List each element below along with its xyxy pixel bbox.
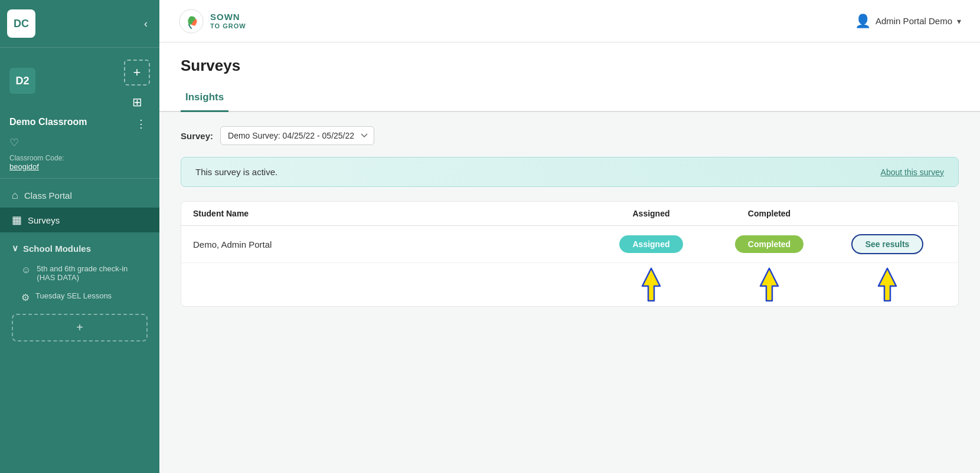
smiley-icon: ☺ <box>21 265 31 275</box>
arrows-annotation-row <box>181 263 958 306</box>
brand-sown: SOWN <box>210 12 246 22</box>
logo-area: SOWN TO GROW <box>178 8 246 34</box>
table-header-row: Student Name Assigned Completed <box>181 202 958 226</box>
logo-icon <box>178 8 204 34</box>
page-title-area: Surveys Insights <box>159 42 980 112</box>
col-header-student-name: Student Name <box>193 209 592 218</box>
module-item-tuesday-sel[interactable]: ⚙ Tuesday SEL Lessons <box>0 287 159 308</box>
tabs-bar: Insights <box>159 84 980 112</box>
classroom-menu-button[interactable]: ⋮ <box>132 116 150 132</box>
active-survey-text: This survey is active. <box>195 167 277 177</box>
sidebar-item-class-portal[interactable]: ⌂ Class Portal <box>0 183 159 208</box>
col-header-assigned: Assigned <box>592 209 710 218</box>
table-row: Demo, Admin Portal Assigned Completed Se… <box>181 226 958 263</box>
sidebar-nav: ⌂ Class Portal ▦ Surveys <box>0 179 159 237</box>
user-avatar-icon: 👤 <box>855 14 871 29</box>
svg-marker-3 <box>878 268 896 301</box>
survey-label: Survey: <box>181 131 213 141</box>
gear-icon: ⚙ <box>21 292 30 303</box>
completed-badge: Completed <box>735 235 803 253</box>
add-module-button[interactable]: + <box>12 314 148 341</box>
see-results-button[interactable]: See results <box>851 234 924 254</box>
see-results-arrow <box>828 265 946 304</box>
page-content: Surveys Insights Survey: Demo Survey: 04… <box>159 42 980 473</box>
add-class-button[interactable]: + <box>124 60 150 86</box>
svg-marker-1 <box>642 268 660 301</box>
sidebar-collapse-button[interactable]: ‹ <box>139 15 152 32</box>
survey-selector-row: Survey: Demo Survey: 04/25/22 - 05/25/22 <box>181 126 959 145</box>
home-icon: ⌂ <box>12 189 18 202</box>
user-area[interactable]: 👤 Admin Portal Demo ▾ <box>855 14 961 29</box>
school-modules-label: School Modules <box>23 244 91 254</box>
sidebar-top: DC ‹ <box>0 0 159 48</box>
col-header-completed: Completed <box>710 209 828 218</box>
module-item-5th-6th[interactable]: ☺ 5th and 6th grade check-in (HAS DATA) <box>0 260 159 287</box>
page-title: Surveys <box>181 57 959 75</box>
sidebar-item-label-class-portal: Class Portal <box>24 190 72 201</box>
classroom-code-value[interactable]: beogidof <box>9 162 150 171</box>
surveys-icon: ▦ <box>12 213 22 226</box>
about-survey-link[interactable]: About this survey <box>881 167 944 177</box>
apps-grid-button[interactable]: ⊞ <box>130 93 145 111</box>
brand-togrow: TO GROW <box>210 22 246 30</box>
user-menu-chevron-icon: ▾ <box>957 17 961 26</box>
sidebar: DC ‹ D2 + ⊞ Demo Classroom ⋮ ♡ Classroom… <box>0 0 159 473</box>
action-cell: See results <box>828 234 946 254</box>
col-header-action <box>828 209 946 218</box>
main-content: SOWN TO GROW 👤 Admin Portal Demo ▾ Surve… <box>159 0 980 473</box>
school-modules-section: ∨ School Modules ☺ 5th and 6th grade che… <box>0 237 159 352</box>
top-header: SOWN TO GROW 👤 Admin Portal Demo ▾ <box>159 0 980 42</box>
user-name: Admin Portal Demo <box>876 16 952 26</box>
sidebar-item-surveys[interactable]: ▦ Surveys <box>0 208 159 232</box>
assigned-badge: Assigned <box>619 235 682 253</box>
module-label-5th-6th: 5th and 6th grade check-in (HAS DATA) <box>37 264 148 282</box>
survey-table: Student Name Assigned Completed Demo, Ad… <box>181 201 959 307</box>
assigned-arrow <box>592 265 710 304</box>
d2-badge: D2 <box>9 68 35 94</box>
svg-marker-2 <box>760 268 778 301</box>
classroom-code-label: Classroom Code: <box>9 154 150 162</box>
completed-arrow <box>710 265 828 304</box>
tab-insights[interactable]: Insights <box>181 84 228 112</box>
brand-text: SOWN TO GROW <box>210 12 246 30</box>
dc-badge: DC <box>7 9 35 38</box>
active-survey-banner: This survey is active. About this survey <box>181 157 959 187</box>
classroom-section: D2 + ⊞ Demo Classroom ⋮ ♡ Classroom Code… <box>0 48 159 179</box>
favorite-icon[interactable]: ♡ <box>9 136 150 149</box>
completed-cell: Completed <box>710 235 828 253</box>
survey-select[interactable]: Demo Survey: 04/25/22 - 05/25/22 <box>220 126 374 145</box>
chevron-down-icon: ∨ <box>12 243 18 254</box>
school-modules-header[interactable]: ∨ School Modules <box>0 237 159 260</box>
student-name: Demo, Admin Portal <box>193 239 592 249</box>
module-label-tuesday-sel: Tuesday SEL Lessons <box>35 291 112 300</box>
classroom-title: Demo Classroom <box>9 116 87 129</box>
sidebar-item-label-surveys: Surveys <box>28 215 60 225</box>
assigned-cell: Assigned <box>592 235 710 253</box>
